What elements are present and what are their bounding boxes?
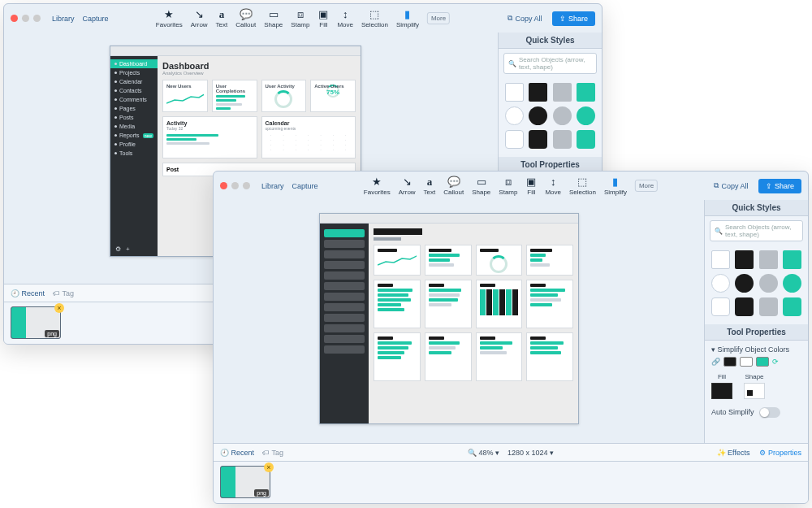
tool-arrow[interactable]: ↘Arrow	[191, 9, 208, 28]
swatch-rounded-white[interactable]	[505, 130, 524, 149]
close-icon[interactable]	[220, 182, 227, 189]
effects-button[interactable]: ✨ Effects	[717, 449, 750, 457]
simplify-colors-label[interactable]: ▾ Simplify Object Colors	[711, 345, 801, 354]
nav-item: Projects	[110, 68, 158, 77]
tool-fill[interactable]: ▣Fill	[525, 176, 537, 196]
tool-selection[interactable]: ⬚Selection	[361, 9, 388, 28]
swatch-round-black[interactable]	[735, 274, 754, 293]
tool-favorites[interactable]: ★Favorites	[156, 9, 183, 28]
minimize-icon[interactable]	[231, 182, 239, 189]
color-chip-white[interactable]	[740, 357, 753, 367]
tool-favorites[interactable]: ★Favorites	[364, 176, 391, 196]
swatch-round-grey[interactable]	[553, 106, 572, 125]
swatch-rounded-white[interactable]	[711, 297, 730, 316]
share-button[interactable]: ⇪ Share	[552, 11, 595, 26]
zoom-icon[interactable]	[33, 15, 41, 22]
swatch-square-teal[interactable]	[577, 83, 595, 102]
search-objects-input[interactable]: 🔍Search Objects (arrow, text, shape)	[710, 220, 803, 241]
app-window-front: Library Capture ★Favorites ↘Arrow aText …	[213, 171, 809, 504]
zoom-icon[interactable]	[243, 182, 250, 189]
auto-simplify-row: Auto Simplify	[711, 407, 801, 418]
swatch-square-white[interactable]	[711, 250, 730, 269]
recent-tab[interactable]: 🕘 Recent	[11, 289, 45, 297]
window-controls[interactable]	[220, 182, 250, 189]
properties-button[interactable]: ⚙ Properties	[759, 449, 801, 457]
tag-tab[interactable]: 🏷 Tag	[53, 289, 74, 297]
swatch-rounded-grey[interactable]	[759, 297, 778, 316]
minimize-icon[interactable]	[22, 15, 29, 22]
swatch-square-white[interactable]	[505, 83, 524, 102]
stamp-icon: ⧈	[295, 9, 306, 20]
search-icon: 🔍	[508, 60, 516, 67]
tool-callout[interactable]: 💬Callout	[235, 9, 256, 28]
toolbar-more[interactable]: More	[427, 12, 450, 24]
swatch-rounded-black[interactable]	[529, 130, 547, 149]
capture-tab[interactable]: Capture	[289, 180, 322, 192]
recent-tab[interactable]: 🕘 Recent	[220, 449, 254, 457]
tool-shape[interactable]: ▭Shape	[264, 9, 283, 28]
swatch-round-white[interactable]	[711, 274, 730, 293]
callout-icon: 💬	[240, 9, 252, 20]
tool-simplify[interactable]: ▮Simplify	[604, 176, 627, 196]
swatch-round-white[interactable]	[505, 106, 524, 125]
tool-selection[interactable]: ⬚Selection	[569, 176, 596, 196]
swatch-round-teal[interactable]	[577, 106, 595, 125]
fill-preview[interactable]	[711, 383, 732, 399]
tool-fill[interactable]: ▣Fill	[317, 9, 329, 28]
mock-title: Dashboard	[162, 61, 356, 71]
refresh-icon[interactable]: ⟳	[772, 358, 779, 366]
tool-stamp[interactable]: ⧈Stamp	[499, 176, 517, 196]
tool-move[interactable]: ↕Move	[545, 176, 561, 196]
search-objects-input[interactable]: 🔍Search Objects (arrow, text, shape)	[503, 53, 597, 74]
tool-callout[interactable]: 💬Callout	[443, 176, 464, 196]
swatch-rounded-grey[interactable]	[553, 130, 572, 149]
tool-text[interactable]: aText	[216, 9, 228, 28]
swatch-square-teal[interactable]	[783, 250, 801, 269]
capture-thumbnail[interactable]: png	[220, 466, 270, 498]
auto-simplify-toggle[interactable]	[759, 407, 780, 418]
capture-thumbnail[interactable]: png	[11, 306, 61, 339]
card-user-completions: User Completions	[212, 80, 257, 112]
tool-arrow[interactable]: ↘Arrow	[399, 176, 416, 196]
swatch-rounded-black[interactable]	[735, 297, 754, 316]
library-tab[interactable]: Library	[258, 180, 287, 192]
window-controls[interactable]	[11, 15, 41, 22]
tool-move[interactable]: ↕Move	[337, 9, 353, 28]
swatch-square-black[interactable]	[529, 83, 547, 102]
swatch-square-grey[interactable]	[759, 250, 778, 269]
swatch-round-teal[interactable]	[783, 274, 801, 293]
capture-tab[interactable]: Capture	[80, 13, 112, 24]
copy-all-button[interactable]: ⧉ Copy All	[708, 179, 754, 193]
color-chip-black[interactable]	[723, 357, 736, 367]
mock-sidebar	[320, 224, 369, 423]
fill-label: Fill	[718, 373, 726, 380]
thumbnail-close-icon[interactable]: ×	[264, 462, 274, 472]
copy-all-button[interactable]: ⧉ Copy All	[502, 11, 547, 25]
tag-tab[interactable]: 🏷 Tag	[262, 449, 283, 457]
link-icon[interactable]: 🔗	[711, 358, 720, 366]
nav-item: Reportsnew	[110, 131, 158, 140]
swatch-round-black[interactable]	[529, 106, 547, 125]
share-button[interactable]: ⇪ Share	[758, 179, 801, 193]
swatch-round-grey[interactable]	[759, 274, 778, 293]
library-tab[interactable]: Library	[49, 13, 78, 24]
canvas[interactable]	[214, 200, 704, 443]
color-chip-teal[interactable]	[756, 357, 769, 367]
tool-text[interactable]: aText	[424, 176, 436, 196]
mock-dashboard-simplified	[319, 213, 579, 424]
card-user-activity: User Activity	[261, 80, 307, 112]
swatch-square-black[interactable]	[735, 250, 754, 269]
shape-preview[interactable]	[744, 383, 765, 399]
tool-shape[interactable]: ▭Shape	[472, 176, 490, 196]
swatch-rounded-teal[interactable]	[783, 297, 801, 316]
swatch-square-grey[interactable]	[553, 83, 572, 102]
tool-simplify[interactable]: ▮Simplify	[396, 9, 419, 28]
dimensions-readout[interactable]: 1280 x 1024 ▾	[508, 449, 554, 457]
thumbnail-close-icon[interactable]: ×	[54, 303, 64, 313]
toolbar-more[interactable]: More	[635, 180, 658, 192]
tool-stamp[interactable]: ⧈Stamp	[291, 9, 309, 28]
zoom-readout[interactable]: 🔍 48% ▾	[468, 449, 499, 457]
close-icon[interactable]	[11, 15, 18, 22]
swatch-rounded-teal[interactable]	[577, 130, 595, 149]
arrow-icon: ↘	[193, 9, 205, 20]
